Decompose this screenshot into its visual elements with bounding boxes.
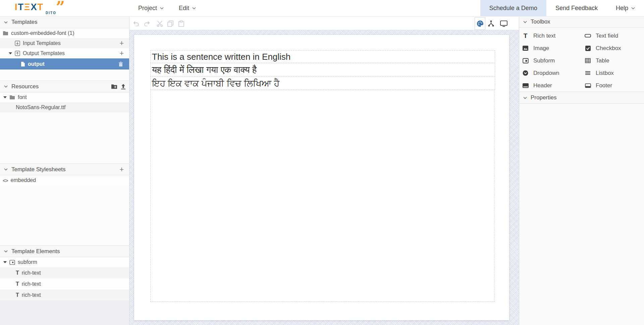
preview-icon (500, 20, 507, 27)
folder-icon (3, 31, 8, 36)
properties-panel-header[interactable]: Properties (519, 92, 644, 104)
rich-text-element-english[interactable]: This is a sentence written in English (150, 50, 495, 63)
tree-item-font-folder[interactable]: font (0, 92, 129, 102)
toolbox-item-dropdown[interactable]: Dropdown (522, 67, 559, 79)
right-sidebar: Toolbox T Rich text Text field Image Che… (519, 16, 644, 325)
itext-dito-logo[interactable]: ITΞXT ” DITO (15, 2, 65, 15)
tree-item-rich-text-3[interactable]: T rich-text (0, 289, 129, 300)
toolbox-item-checkbox[interactable]: Checkbox (585, 42, 621, 54)
redo-button[interactable] (143, 19, 151, 28)
expand-arrow-icon[interactable] (3, 261, 7, 263)
toolbox-panel-title: Toolbox (531, 18, 550, 25)
canvas-area: This is a sentence written in English यह… (129, 16, 519, 325)
add-input-template-button[interactable]: + (119, 40, 124, 47)
toolbox-item-header[interactable]: Header (522, 79, 552, 92)
listbox-icon (585, 71, 591, 75)
text-field-icon (585, 34, 591, 38)
chevron-down-icon (4, 21, 8, 24)
tree-item-label: rich-text (22, 270, 41, 276)
toolbox-panel-header[interactable]: Toolbox (519, 16, 644, 28)
elements-panel-header[interactable]: Template Elements (0, 245, 129, 257)
undo-button[interactable] (132, 19, 140, 28)
add-stylesheet-button[interactable]: + (119, 166, 124, 173)
tree-item-subform[interactable]: subform (0, 257, 129, 267)
structure-view-button[interactable] (487, 19, 495, 28)
chevron-down-icon (631, 7, 635, 9)
chevron-down-icon (4, 168, 8, 171)
chevron-down-icon (192, 7, 196, 9)
image-icon (522, 46, 529, 51)
expand-arrow-icon[interactable] (9, 52, 12, 54)
templates-panel-header[interactable]: Templates (0, 16, 129, 28)
logo-wordmark: ITΞXT (15, 2, 44, 12)
schedule-demo-button[interactable]: Schedule a Demo (480, 0, 546, 16)
menu-edit[interactable]: Edit (179, 0, 196, 16)
elements-panel-title: Template Elements (11, 248, 60, 255)
resources-panel-title: Resources (11, 83, 39, 90)
toolbox-item-label: Table (596, 57, 609, 64)
copy-button[interactable] (166, 19, 174, 28)
toolbox-item-label: Text field (596, 33, 618, 39)
templates-panel-title: Templates (11, 19, 37, 26)
tree-item-stylesheet-embedded[interactable]: <> embedded (0, 175, 129, 185)
toolbox-item-listbox[interactable]: Listbox (585, 67, 614, 79)
left-sidebar: Templates custom-embedded-font (1) Input… (0, 16, 129, 325)
tree-item-label: subform (18, 259, 37, 265)
input-template-icon (15, 41, 20, 46)
menu-edit-label: Edit (179, 5, 189, 12)
toolbox-item-footer[interactable]: Footer (585, 79, 612, 92)
tree-item-label: Output Templates (23, 50, 65, 56)
toolbox-item-text-field[interactable]: Text field (585, 30, 618, 42)
chevron-down-icon (160, 7, 164, 9)
toolbox-item-label: Footer (596, 82, 612, 89)
send-feedback-button[interactable]: Send Feedback (546, 0, 607, 16)
expand-arrow-icon[interactable] (3, 96, 7, 98)
tree-item-rich-text-2[interactable]: T rich-text (0, 278, 129, 289)
palette-icon (477, 20, 484, 27)
document-page[interactable]: This is a sentence written in English यह… (134, 35, 509, 320)
theme-palette-button[interactable] (475, 17, 485, 30)
toolbox-item-subform[interactable]: Subform (522, 54, 555, 67)
footer-icon (585, 83, 591, 88)
tree-item-input-templates[interactable]: Input Templates + (0, 38, 129, 48)
tree-item-project[interactable]: custom-embedded-font (1) (0, 28, 129, 38)
resources-panel-header[interactable]: Resources (0, 81, 129, 92)
rich-text-element-hindi[interactable]: यह हिंदी में लिखा गया एक वाक्य है (150, 63, 495, 77)
add-output-template-button[interactable]: + (119, 50, 124, 57)
add-resource-folder-button[interactable] (111, 84, 117, 89)
properties-panel-title: Properties (531, 94, 556, 101)
delete-template-button[interactable] (118, 61, 123, 67)
menu-help[interactable]: Help (607, 0, 644, 16)
stylesheets-panel-header[interactable]: Template Stylesheets + (0, 164, 129, 175)
preview-button[interactable] (500, 19, 508, 28)
toolbox-item-label: Image (533, 45, 549, 52)
toolbox-item-table[interactable]: Table (585, 54, 609, 67)
redo-icon (143, 21, 151, 26)
tree-item-rich-text-1[interactable]: T rich-text (0, 267, 129, 278)
upload-icon (121, 84, 126, 89)
chevron-down-icon (4, 85, 8, 88)
cut-button[interactable] (156, 19, 164, 28)
tree-item-output-selected[interactable]: output (0, 58, 129, 69)
tree-item-label: Input Templates (23, 40, 61, 46)
subform-element[interactable]: This is a sentence written in English यह… (150, 50, 494, 302)
folder-icon (9, 95, 15, 100)
send-feedback-label: Send Feedback (555, 5, 598, 12)
paste-button[interactable] (177, 19, 185, 28)
subform-icon (9, 260, 15, 265)
toolbox-item-label: Listbox (596, 70, 614, 77)
toolbox-item-rich-text[interactable]: T Rich text (522, 30, 555, 42)
tree-item-font-file[interactable]: NotoSans-Regular.ttf (0, 102, 129, 112)
rich-text-element-punjabi[interactable]: ਇਹ ਇਕ ਵਾਕ ਪੰਜਾਬੀ ਵਿਚ ਲਿਖਿਆ ਹੈ (150, 76, 495, 90)
tree-item-label: embedded (11, 177, 36, 183)
toolbox-item-image[interactable]: Image (522, 42, 549, 54)
copy-icon (167, 20, 173, 27)
document-icon (21, 61, 25, 67)
upload-resource-button[interactable] (121, 84, 126, 89)
schedule-demo-label: Schedule a Demo (489, 5, 537, 12)
tree-item-label: rich-text (22, 281, 41, 287)
rich-text-icon: T (16, 270, 19, 276)
tree-item-output-templates[interactable]: Output Templates + (0, 48, 129, 58)
rich-text-content: ਇਹ ਇਕ ਵਾਕ ਪੰਜਾਬੀ ਵਿਚ ਲਿਖਿਆ ਹੈ (152, 78, 279, 88)
menu-project[interactable]: Project (138, 0, 164, 16)
